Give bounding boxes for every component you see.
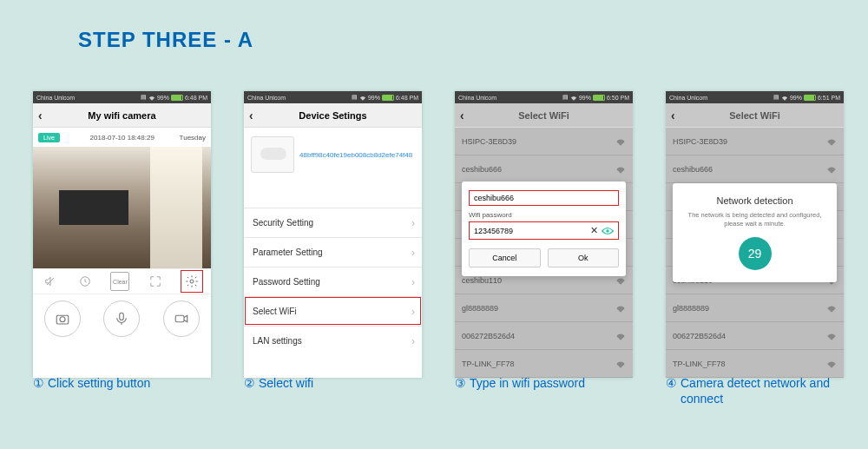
- eye-icon[interactable]: [602, 227, 614, 235]
- page-title: STEP THREE - A: [78, 28, 253, 52]
- password-input[interactable]: 123456789 ✕: [469, 221, 619, 240]
- wifi-signal-icon: [826, 165, 837, 174]
- wifi-item[interactable]: 006272B526d4: [455, 322, 633, 350]
- ssid-input[interactable]: ceshibu666: [469, 190, 619, 206]
- screen-1: China Unicom ▤ 99% 6:48 PM ‹ My wifi cam…: [33, 91, 211, 378]
- status-bar: China Unicom ▤ 99% 6:51 PM: [666, 91, 844, 103]
- chevron-right-icon: ›: [411, 306, 415, 318]
- setting-security[interactable]: Security Setting ›: [244, 208, 422, 237]
- header-bar: ‹ Device Setings: [244, 103, 422, 128]
- control-row: [33, 294, 211, 342]
- dialog-title: Network detection: [681, 195, 828, 206]
- clock: 6:48 PM: [185, 95, 207, 101]
- carrier-label: China Unicom: [36, 95, 75, 101]
- back-icon[interactable]: ‹: [38, 109, 43, 122]
- svg-point-6: [606, 229, 609, 233]
- carrier-label: China Unicom: [669, 95, 707, 101]
- battery-icon: [804, 95, 816, 101]
- wifi-list-body: HSIPC-3E8D39 ceshibu666 HSIPC-3E8C95 ces…: [666, 128, 844, 378]
- setting-parameter[interactable]: Parameter Setting ›: [244, 237, 422, 267]
- caption-1: ① Click setting button: [33, 375, 211, 406]
- clear-button[interactable]: Clear: [110, 272, 129, 291]
- wifi-item[interactable]: TP-LINK_FF78: [455, 350, 633, 378]
- svg-point-3: [60, 316, 65, 321]
- record-button[interactable]: [163, 300, 200, 337]
- battery-icon: [382, 95, 394, 101]
- settings-list: Security Setting › Parameter Setting › P…: [244, 208, 422, 355]
- chevron-right-icon: ›: [411, 247, 415, 259]
- setting-lan[interactable]: LAN settings ›: [244, 326, 422, 355]
- wifi-signal-icon: [615, 332, 626, 340]
- screen-4: China Unicom ▤ 99% 6:51 PM ‹ Select WiFi…: [666, 91, 844, 378]
- clock-icon[interactable]: [76, 272, 95, 291]
- wifi-signal-icon: [615, 304, 626, 313]
- battery-pct: 99%: [368, 95, 380, 101]
- camera-feed[interactable]: [33, 147, 211, 268]
- back-icon[interactable]: ‹: [460, 109, 464, 122]
- wifi-item[interactable]: TP-LINK_FF78: [666, 350, 844, 378]
- countdown-badge: 29: [739, 237, 772, 270]
- svg-rect-5: [175, 315, 184, 322]
- fullscreen-icon[interactable]: [146, 272, 165, 291]
- snapshot-button[interactable]: [44, 300, 81, 337]
- wifi-password-dialog: ceshibu666 Wifi password 123456789 ✕ Can…: [462, 182, 626, 276]
- wifi-item[interactable]: ceshibu666: [455, 155, 633, 183]
- caption-4: ④ Camera detect network and connect: [666, 375, 844, 406]
- microphone-button[interactable]: [103, 300, 140, 337]
- wifi-list-body: HSIPC-3E8D39 ceshibu666 ceshibu110 gl888…: [455, 128, 633, 378]
- wifi-item[interactable]: HSIPC-3E8D39: [666, 128, 844, 155]
- chevron-right-icon: ›: [411, 217, 415, 229]
- wifi-signal-icon: [615, 360, 626, 368]
- carrier-label: China Unicom: [247, 95, 286, 101]
- chevron-right-icon: ›: [411, 276, 415, 288]
- caption-3: ③ Type in wifi password: [455, 375, 633, 406]
- wifi-signal-icon: [826, 360, 837, 368]
- header-bar: ‹ Select WiFi: [455, 103, 633, 128]
- caption-2: ② Select wifi: [244, 375, 422, 406]
- mute-icon[interactable]: [41, 272, 60, 291]
- setting-label: Security Setting: [253, 218, 313, 228]
- svg-point-1: [190, 280, 194, 283]
- wifi-item[interactable]: gl8888889: [455, 294, 633, 322]
- weekday: Tuesday: [180, 134, 206, 142]
- clear-icon[interactable]: ✕: [590, 225, 598, 236]
- back-icon[interactable]: ‹: [671, 109, 675, 122]
- wifi-icon: [359, 95, 366, 101]
- network-detection-dialog: Network detection The network is being d…: [673, 183, 837, 282]
- back-icon[interactable]: ‹: [249, 109, 253, 122]
- setting-label: LAN settings: [253, 336, 302, 346]
- setting-password[interactable]: Password Setting ›: [244, 267, 422, 296]
- setting-select-wifi[interactable]: Select WiFi ›: [244, 296, 422, 326]
- toolbar: Clear: [33, 268, 211, 294]
- video-meta-row: Live 2018-07-10 18:48:29 Tuesday: [33, 128, 211, 147]
- password-label: Wifi password: [469, 211, 619, 219]
- status-icons: ▤ 99% 6:48 PM: [141, 94, 207, 101]
- device-id: 48bff98c40fe19eb008cb8d2efe74f48: [299, 151, 412, 159]
- wifi-item[interactable]: gl8888889: [666, 294, 844, 322]
- battery-pct: 99%: [579, 95, 591, 101]
- settings-gear-icon[interactable]: [181, 270, 203, 293]
- setting-label: Password Setting: [253, 277, 320, 287]
- clock: 6:48 PM: [396, 95, 418, 101]
- svg-rect-4: [120, 313, 124, 320]
- battery-icon: [171, 95, 183, 101]
- header-title: Device Setings: [299, 110, 366, 121]
- ok-button[interactable]: Ok: [548, 248, 620, 267]
- camera-thumbnail: [251, 136, 294, 173]
- wifi-item[interactable]: HSIPC-3E8D39: [455, 128, 633, 155]
- header-bar: ‹ Select WiFi: [666, 103, 844, 128]
- live-badge: Live: [38, 133, 60, 142]
- wifi-signal-icon: [826, 332, 837, 340]
- wifi-signal-icon: [615, 276, 626, 285]
- chevron-right-icon: ›: [411, 335, 415, 347]
- timestamp: 2018-07-10 18:48:29: [65, 134, 180, 142]
- cancel-button[interactable]: Cancel: [469, 248, 541, 267]
- setting-label: Select WiFi: [253, 307, 297, 316]
- dialog-message: The network is being detected and config…: [681, 211, 828, 228]
- wifi-signal-icon: [826, 137, 837, 146]
- wifi-item[interactable]: ceshibu666: [666, 155, 844, 183]
- status-bar: China Unicom ▤ 99% 6:48 PM: [33, 91, 211, 103]
- captions-row: ① Click setting button ② Select wifi ③ T…: [33, 375, 844, 406]
- wifi-signal-icon: [826, 304, 837, 313]
- wifi-item[interactable]: 006272B526d4: [666, 322, 844, 350]
